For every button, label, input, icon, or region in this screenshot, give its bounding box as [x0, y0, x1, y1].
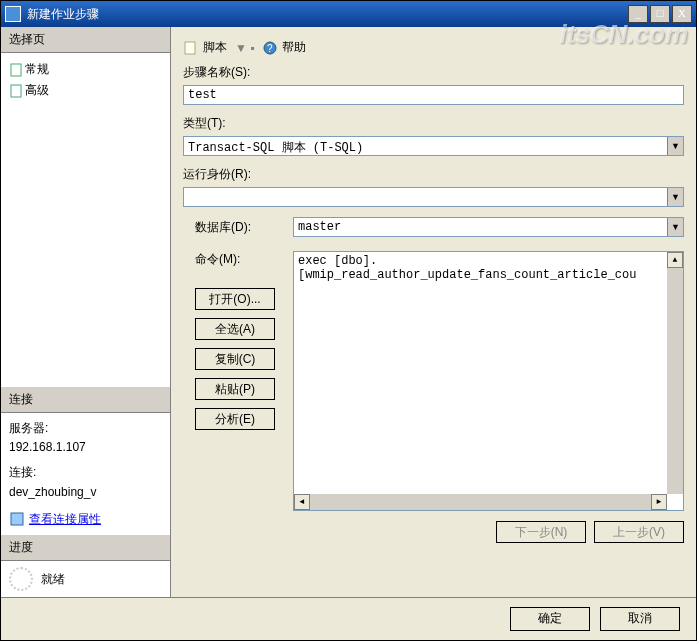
step-name-input[interactable]	[183, 85, 684, 105]
horizontal-scrollbar[interactable]: ◄ ►	[294, 494, 667, 510]
maximize-button[interactable]: □	[650, 5, 670, 23]
select-all-button[interactable]: 全选(A)	[195, 318, 275, 340]
tree-label: 高级	[25, 82, 49, 99]
parse-button[interactable]: 分析(E)	[195, 408, 275, 430]
toolbar-sep: ▼ ▪	[235, 41, 254, 55]
close-button[interactable]: X	[672, 5, 692, 23]
app-icon	[5, 6, 21, 22]
toolbar: 脚本 ▼ ▪ ? 帮助	[183, 35, 684, 64]
titlebar: 新建作业步骤 _ □ X	[1, 1, 696, 27]
command-content: exec [dbo].[wmip_read_author_update_fans…	[298, 254, 663, 492]
conn-label: 连接:	[9, 463, 162, 482]
tree-label: 常规	[25, 61, 49, 78]
paste-button[interactable]: 粘贴(P)	[195, 378, 275, 400]
database-label: 数据库(D):	[195, 219, 285, 236]
type-value: Transact-SQL 脚本 (T-SQL)	[184, 137, 667, 155]
properties-icon	[9, 511, 25, 527]
progress-header: 进度	[1, 535, 170, 561]
window-title: 新建作业步骤	[27, 6, 628, 23]
runas-combo[interactable]: ▼	[183, 187, 684, 207]
chevron-down-icon[interactable]: ▼	[667, 218, 683, 236]
tree-item-general[interactable]: 常规	[5, 59, 166, 80]
scroll-up-icon[interactable]: ▲	[667, 252, 683, 268]
view-connection-link[interactable]: 查看连接属性	[9, 510, 162, 529]
type-label: 类型(T):	[183, 115, 684, 132]
page-tree: 常规 高级	[1, 53, 170, 107]
page-icon	[9, 83, 25, 99]
cancel-button[interactable]: 取消	[600, 607, 680, 631]
type-combo[interactable]: Transact-SQL 脚本 (T-SQL) ▼	[183, 136, 684, 156]
database-combo[interactable]: master ▼	[293, 217, 684, 237]
help-label: 帮助	[282, 39, 306, 56]
script-icon	[183, 40, 199, 56]
right-panel: 脚本 ▼ ▪ ? 帮助 步骤名称(S): 类型(T): Transact-SQL…	[171, 27, 696, 597]
help-icon: ?	[262, 40, 278, 56]
progress-spinner-icon	[9, 567, 33, 591]
command-label: 命令(M):	[195, 251, 285, 268]
server-label: 服务器:	[9, 419, 162, 438]
copy-button[interactable]: 复制(C)	[195, 348, 275, 370]
server-value: 192.168.1.107	[9, 438, 162, 457]
tree-item-advanced[interactable]: 高级	[5, 80, 166, 101]
svg-text:?: ?	[267, 43, 273, 54]
prev-button[interactable]: 上一步(V)	[594, 521, 684, 543]
view-connection-text: 查看连接属性	[29, 510, 101, 529]
next-button[interactable]: 下一步(N)	[496, 521, 586, 543]
vertical-scrollbar[interactable]: ▲	[667, 252, 683, 494]
runas-label: 运行身份(R):	[183, 166, 684, 183]
connection-info: 服务器: 192.168.1.107 连接: dev_zhoubing_v 查看…	[1, 413, 170, 535]
runas-value	[184, 188, 667, 206]
command-textarea[interactable]: exec [dbo].[wmip_read_author_update_fans…	[293, 251, 684, 511]
script-label: 脚本	[203, 39, 227, 56]
script-button[interactable]: 脚本	[183, 39, 227, 56]
progress-status: 就绪	[41, 571, 65, 588]
select-page-header: 选择页	[1, 27, 170, 53]
open-button[interactable]: 打开(O)...	[195, 288, 275, 310]
svg-rect-3	[185, 42, 195, 54]
svg-rect-1	[11, 85, 21, 97]
footer: 确定 取消	[1, 597, 696, 639]
help-button[interactable]: ? 帮助	[262, 39, 306, 56]
connection-header: 连接	[1, 387, 170, 413]
chevron-down-icon[interactable]: ▼	[667, 188, 683, 206]
ok-button[interactable]: 确定	[510, 607, 590, 631]
svg-rect-2	[11, 513, 23, 525]
svg-rect-0	[11, 64, 21, 76]
chevron-down-icon[interactable]: ▼	[667, 137, 683, 155]
progress-section: 就绪	[1, 561, 170, 597]
page-icon	[9, 62, 25, 78]
conn-value: dev_zhoubing_v	[9, 483, 162, 502]
database-value: master	[294, 218, 667, 236]
step-name-label: 步骤名称(S):	[183, 64, 684, 81]
left-panel: 选择页 常规 高级 连接 服务器: 192.168.1.107 连接: dev_…	[1, 27, 171, 597]
minimize-button[interactable]: _	[628, 5, 648, 23]
scroll-left-icon[interactable]: ◄	[294, 494, 310, 510]
scroll-right-icon[interactable]: ►	[651, 494, 667, 510]
